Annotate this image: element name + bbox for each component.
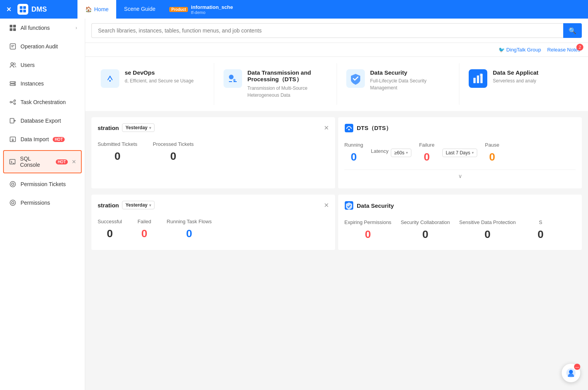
sidebar-label-all-functions: All functions xyxy=(21,25,50,31)
all-functions-arrow: › xyxy=(76,25,77,31)
sidebar-item-sql-console[interactable]: SQL Console HOT ✕ xyxy=(3,150,82,173)
security-stats-grid: Expiring Permissions 0 Security Collabor… xyxy=(344,216,576,244)
dts-card-text: Data Transmission and Processing（DTS） Tr… xyxy=(248,69,327,99)
data-service-card[interactable]: Data Se Applicat Serverless and analy xyxy=(459,63,582,105)
top-links: 🐦 DingTalk Group Release Notes 2 xyxy=(85,43,588,57)
tab-scene-guide[interactable]: Scene Guide xyxy=(116,0,163,19)
task-successful-stat: Successful 0 xyxy=(98,219,122,240)
feature-cards-row: se DevOps d, Efficient, and Secure se Us… xyxy=(91,63,582,105)
processed-tickets-label: Processed Tickets xyxy=(153,141,194,147)
task-panel-close-button[interactable]: ✕ xyxy=(324,202,329,209)
sql-console-icon xyxy=(9,158,16,166)
dts-failure-label: Failure xyxy=(419,142,435,148)
sensitive-data-label: Sensitive Data Protection xyxy=(459,219,516,225)
task-successful-value: 0 xyxy=(98,228,122,240)
data-service-card-title: Data Se Applicat xyxy=(493,69,538,76)
sidebar-item-database-export[interactable]: Database Export xyxy=(0,111,85,130)
task-running-value: 0 xyxy=(167,228,211,240)
tickets-panel-close-button[interactable]: ✕ xyxy=(324,124,329,132)
sidebar-label-database-export: Database Export xyxy=(21,118,61,124)
sidebar-item-all-functions[interactable]: All functions › xyxy=(0,19,85,37)
sidebar-label-sql-console: SQL Console xyxy=(20,156,52,168)
svg-point-17 xyxy=(10,101,12,103)
dts-panel-header: DTS（DTS） xyxy=(344,123,576,133)
svg-rect-22 xyxy=(10,118,14,123)
sidebar-item-permissions[interactable]: Permissions xyxy=(0,193,85,212)
tickets-chevron: ▾ xyxy=(149,126,151,130)
dts-card-icon xyxy=(224,69,242,88)
tickets-stats-grid: Submitted Tickets 0 Processed Tickets 0 xyxy=(98,138,329,166)
security-collaboration-stat: Security Collaboration 0 xyxy=(401,219,450,241)
search-button[interactable]: 🔍 xyxy=(563,23,582,38)
submitted-tickets-stat: Submitted Tickets 0 xyxy=(98,141,138,162)
sidebar-item-operation-audit[interactable]: Operation Audit xyxy=(0,37,85,56)
logo-area: ✕ DMS xyxy=(0,4,77,15)
dingtalk-label: DingTalk Group xyxy=(506,47,541,53)
search-input[interactable] xyxy=(91,23,563,38)
sidebar-item-permission-tickets[interactable]: Permission Tickets xyxy=(0,175,85,193)
dts-expand-icon: ∨ xyxy=(458,173,462,179)
dts-latency-filter: ≥60s xyxy=(394,150,404,156)
tab-scene-guide-label: Scene Guide xyxy=(124,6,155,12)
product-tab[interactable]: Product information_sche tf-demo xyxy=(163,0,239,19)
data-security-panel: Data Security Expiring Permissions 0 Sec… xyxy=(338,195,582,250)
security-collaboration-value: 0 xyxy=(401,228,450,241)
dts-days-dropdown[interactable]: Last 7 Days ▾ xyxy=(442,149,477,157)
database-export-icon xyxy=(9,117,17,125)
tickets-title-text: stration xyxy=(98,125,119,131)
task-failed-stat: Failed 0 xyxy=(138,219,151,240)
sidebar-label-permissions: Permissions xyxy=(21,200,50,206)
release-notes-link[interactable]: Release Notes 2 xyxy=(547,47,580,53)
svg-rect-3 xyxy=(23,10,26,12)
security-collaboration-label: Security Collaboration xyxy=(401,219,450,225)
devops-card[interactable]: se DevOps d, Efficient, and Secure se Us… xyxy=(91,63,214,105)
task-orchestration-icon xyxy=(9,98,17,106)
task-failed-label: Failed xyxy=(138,219,151,224)
svg-point-12 xyxy=(14,63,15,65)
dts-latency-label: Latency xyxy=(371,148,389,154)
dts-latency-group: Latency ≥60s ▾ xyxy=(371,148,411,157)
sql-console-close-button[interactable]: ✕ xyxy=(72,159,76,165)
app-logo xyxy=(17,4,28,15)
data-security-card[interactable]: Data Security Full-Lifecycle Data Securi… xyxy=(337,63,460,105)
dts-running-label: Running xyxy=(344,142,363,148)
svg-point-28 xyxy=(12,183,14,185)
svg-point-18 xyxy=(14,100,15,101)
dts-card-title: Data Transmission and Processing（DTS） xyxy=(248,69,327,83)
close-app-button[interactable]: ✕ xyxy=(6,6,11,13)
tickets-dropdown[interactable]: Yesterday ▾ xyxy=(122,123,155,132)
dingtalk-group-link[interactable]: 🐦 DingTalk Group xyxy=(499,47,541,53)
expiring-permissions-label: Expiring Permissions xyxy=(344,219,391,225)
users-icon xyxy=(9,61,17,69)
dts-latency-dropdown[interactable]: ≥60s ▾ xyxy=(391,149,411,157)
devops-card-text: se DevOps d, Efficient, and Secure se Us… xyxy=(125,69,194,84)
tab-home[interactable]: 🏠 Home xyxy=(77,0,116,19)
dts-days-chevron: ▾ xyxy=(472,151,474,155)
submitted-tickets-value: 0 xyxy=(98,150,138,162)
processed-tickets-value: 0 xyxy=(153,150,194,162)
all-functions-icon xyxy=(9,24,17,32)
svg-rect-40 xyxy=(473,78,476,83)
data-security-title-text: Data Security xyxy=(357,202,394,209)
data-import-hot-badge: HOT xyxy=(53,137,65,142)
sidebar-item-users[interactable]: Users xyxy=(0,56,85,74)
expiring-permissions-value: 0 xyxy=(344,228,391,241)
task-panel: stration Yesterday ▾ ✕ Successful 0 Fa xyxy=(91,195,335,250)
sidebar-item-task-orchestration[interactable]: Task Orchestration xyxy=(0,93,85,111)
dts-expand-button[interactable]: ∨ xyxy=(344,169,576,182)
sidebar-label-permission-tickets: Permission Tickets xyxy=(21,181,66,187)
dts-panel-title: DTS（DTS） xyxy=(344,123,392,133)
sidebar-item-data-import[interactable]: Data Import HOT xyxy=(0,130,85,149)
dts-panel: DTS（DTS） Running 0 Latency ≥60s ▾ xyxy=(338,117,582,188)
dts-failure-stat: Failure 0 xyxy=(419,142,435,163)
release-notes-badge: 2 xyxy=(576,44,583,51)
sidebar-item-instances[interactable]: Instances xyxy=(0,74,85,93)
dts-card[interactable]: Data Transmission and Processing（DTS） Tr… xyxy=(214,63,337,105)
svg-rect-7 xyxy=(13,28,16,31)
svg-line-20 xyxy=(12,101,14,102)
task-dropdown[interactable]: Yesterday ▾ xyxy=(122,201,155,209)
task-chevron: ▾ xyxy=(149,203,151,207)
svg-point-16 xyxy=(14,84,15,85)
search-bar: 🔍 xyxy=(85,19,588,43)
chat-bubble[interactable]: — xyxy=(562,364,580,382)
